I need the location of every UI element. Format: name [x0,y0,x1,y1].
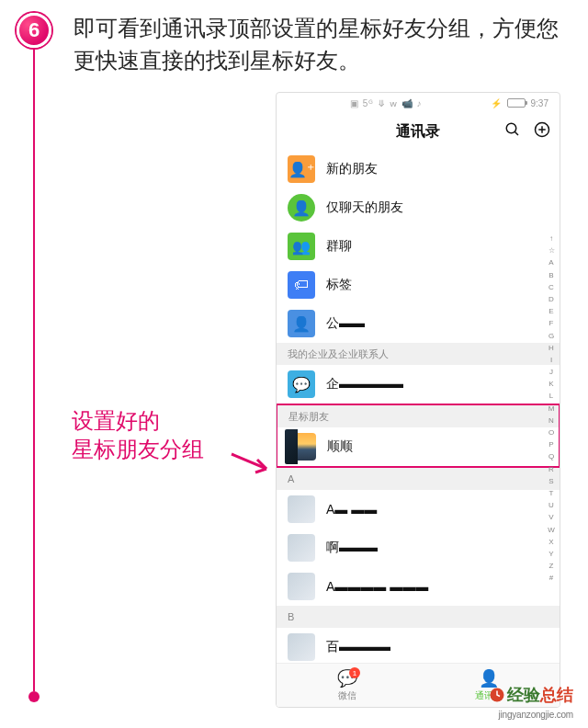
menu-new-friends[interactable]: 👤⁺ 新的朋友 [277,150,560,188]
callout-arrow [230,450,274,478]
titlebar: 通讯录 [277,113,560,150]
index-letter[interactable]: Q [548,450,554,462]
watermark: 经验总结 jingyanzongjie.com [489,684,573,721]
index-letter[interactable]: S [548,475,553,487]
watermark-url: jingyanzongjie.com [499,710,573,720]
callout-line: 设置好的 [72,406,204,435]
contact-row[interactable]: A▬▬▬▬ ▬▬▬ [277,567,560,606]
index-letter[interactable]: L [549,390,553,402]
menu-label: 群聊 [326,238,352,255]
menu-label: 仅聊天的朋友 [326,199,403,216]
svg-point-0 [506,123,516,133]
index-letter[interactable]: X [548,536,553,548]
index-letter[interactable]: D [548,293,554,305]
index-letter[interactable]: # [549,572,553,584]
contact-name: 企▬▬▬▬▬ [326,376,403,392]
badge-count: 1 [349,667,360,678]
section-enterprise: 我的企业及企业联系人 [277,343,560,365]
timeline-end-dot [28,691,40,702]
index-letter[interactable]: H [548,342,554,354]
index-letter[interactable]: C [548,281,554,293]
index-letter[interactable]: I [550,354,552,366]
instruction-text: 即可看到通讯录顶部设置的星标好友分组，方便您更快速直接的找到星标好友。 [74,13,570,77]
search-icon[interactable] [504,121,521,142]
alpha-index[interactable]: ↑☆ABCDEFGHIJKLMNOPQRSTUVWXYZ# [545,233,558,584]
section-b: B [277,606,560,628]
avatar [288,633,315,661]
enterprise-icon: 💬 [288,370,315,398]
starred-section-highlight: 星标朋友 顺顺 [277,404,560,468]
avatar [288,433,316,461]
index-letter[interactable]: J [549,366,553,378]
phone-frame: ▣ 5ᴳ ⤋ ᴡ 📹 ♪ ⚡ 9:37 通讯录 👤⁺ 新的朋友 👤 仅聊天的朋友… [276,92,560,708]
callout-label: 设置好的 星标朋友分组 [72,406,204,463]
page-title: 通讯录 [396,122,440,142]
index-letter[interactable]: O [548,427,554,438]
enterprise-item[interactable]: 💬 企▬▬▬▬▬ [277,365,560,404]
index-letter[interactable]: ↑ [549,233,553,245]
battery-icon [507,98,526,108]
nav-label: 微信 [338,689,356,702]
status-time: 9:37 [531,98,548,108]
menu-chat-only[interactable]: 👤 仅聊天的朋友 [277,188,560,227]
new-friends-icon: 👤⁺ [288,155,315,183]
contact-row[interactable]: 啊▬▬▬ [277,529,560,567]
index-letter[interactable]: W [548,524,555,536]
menu-official[interactable]: 👤 公▬▬ [277,304,560,343]
index-letter[interactable]: N [548,415,554,427]
chat-only-icon: 👤 [288,194,315,222]
index-letter[interactable]: E [548,305,553,317]
contacts-list[interactable]: 👤⁺ 新的朋友 👤 仅聊天的朋友 👥 群聊 🏷 标签 👤 公▬▬ 我的企业及企业… [277,150,560,663]
index-letter[interactable]: T [549,487,554,499]
contact-row[interactable]: 百▬▬▬▬ [277,628,560,663]
contact-name: A▬▬▬▬ ▬▬▬ [326,579,428,594]
index-letter[interactable]: ☆ [548,245,555,256]
svg-line-1 [514,131,518,135]
avatar [288,573,315,600]
index-letter[interactable]: K [548,378,553,390]
menu-group-chats[interactable]: 👥 群聊 [277,227,560,266]
callout-line: 星标朋友分组 [72,435,204,463]
section-a: A [277,468,560,490]
menu-tags[interactable]: 🏷 标签 [277,266,560,304]
tag-icon: 🏷 [288,271,315,299]
timeline-line [33,48,35,691]
menu-label: 公▬▬ [326,315,365,332]
official-icon: 👤 [288,310,315,337]
index-letter[interactable]: R [548,463,554,475]
index-letter[interactable]: Y [548,548,553,560]
index-letter[interactable]: Z [549,560,554,572]
index-letter[interactable]: U [548,499,554,511]
section-starred: 星标朋友 [277,405,559,427]
menu-label: 标签 [326,277,352,293]
group-icon: 👥 [288,233,315,260]
watermark-icon [489,687,505,703]
index-letter[interactable]: G [548,330,554,342]
avatar [288,534,315,562]
bluetooth-icon: ⚡ [491,98,502,108]
contact-name: 顺顺 [327,438,353,455]
index-letter[interactable]: M [548,403,555,415]
contact-name: 啊▬▬▬ [326,540,378,556]
avatar [288,495,315,523]
menu-label: 新的朋友 [326,161,378,177]
index-letter[interactable]: B [548,269,553,281]
index-letter[interactable]: P [548,438,553,450]
statusbar: ▣ 5ᴳ ⤋ ᴡ 📹 ♪ ⚡ 9:37 [277,93,560,113]
nav-wechat[interactable]: 💬 微信 1 [277,664,418,707]
starred-contact[interactable]: 顺顺 [277,427,559,466]
contact-row[interactable]: A▬ ▬▬ [277,490,560,529]
contact-name: 百▬▬▬▬ [326,639,390,655]
add-icon[interactable] [534,121,550,142]
contact-name: A▬ ▬▬ [326,502,377,517]
index-letter[interactable]: A [548,256,553,268]
step-badge: 6 [17,13,51,48]
index-letter[interactable]: V [548,511,553,523]
status-icons: ▣ 5ᴳ ⤋ ᴡ 📹 ♪ [288,98,485,108]
index-letter[interactable]: F [549,317,554,329]
